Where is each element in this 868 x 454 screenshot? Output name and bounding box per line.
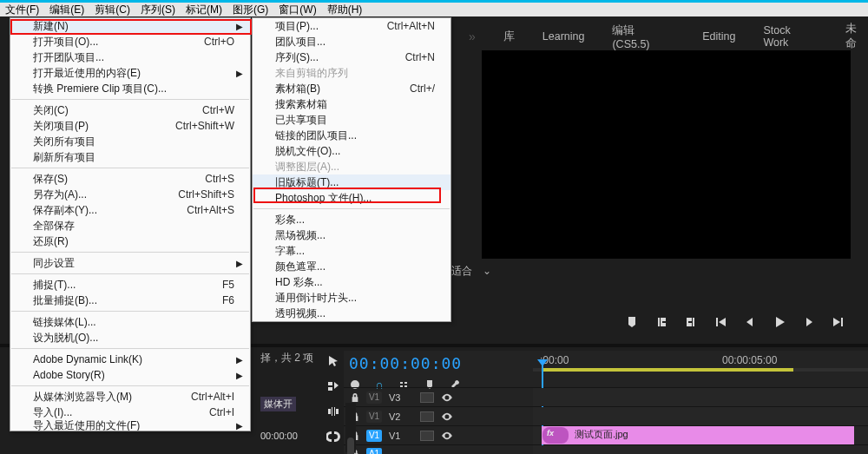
submenu-arrow-icon: ▶	[236, 355, 243, 365]
menu-item[interactable]: Adobe Dynamic Link(K)▶	[10, 352, 250, 367]
menu-bar-item[interactable]: 窗口(W)	[279, 3, 316, 17]
snap-toggle-icon[interactable]	[326, 430, 340, 444]
workspace-tab[interactable]: Learning	[542, 30, 585, 43]
track-lane[interactable]: fx测试页面.jpg	[533, 426, 868, 444]
goto-in-icon[interactable]	[713, 315, 727, 329]
menu-item[interactable]: 颜色遮罩...	[253, 259, 450, 274]
menu-item[interactable]: 项目(P)...Ctrl+Alt+N	[253, 18, 450, 34]
menu-bar-item[interactable]: 序列(S)	[141, 3, 175, 17]
track-targeting-toggle[interactable]: A1	[366, 448, 382, 455]
menu-item[interactable]: 转换 Premiere Clip 项目(C)...	[10, 81, 250, 96]
timeline-ruler[interactable]: :00:00 00:00:05:00	[533, 351, 868, 387]
menu-item[interactable]: 打开项目(O)...Ctrl+O	[10, 34, 250, 49]
track-lane[interactable]	[533, 445, 868, 454]
menu-item[interactable]: 保存副本(Y)...Ctrl+Alt+S	[10, 202, 250, 218]
menu-item[interactable]: 搜索素材箱	[253, 96, 450, 112]
menu-item[interactable]: 彩条...	[253, 212, 450, 227]
new-submenu[interactable]: 项目(P)...Ctrl+Alt+N团队项目...序列(S)...Ctrl+N来…	[252, 17, 451, 322]
menu-bar-item[interactable]: 编辑(E)	[49, 3, 84, 17]
menu-item[interactable]: 关闭(C)Ctrl+W	[10, 102, 250, 118]
menu-item[interactable]: 新建(N)▶	[10, 18, 250, 34]
video-clip[interactable]: fx测试页面.jpg	[542, 426, 854, 444]
menu-item[interactable]: 批量捕捉(B)...F6	[10, 293, 250, 308]
menu-item[interactable]: 透明视频...	[253, 306, 450, 321]
track-name[interactable]: V2	[389, 411, 413, 422]
timeline-vertical-scrollbar[interactable]	[345, 403, 356, 452]
menu-item[interactable]: 素材箱(B)Ctrl+/	[253, 81, 450, 96]
menu-item[interactable]: 字幕...	[253, 243, 450, 259]
menu-item[interactable]: 团队项目...	[253, 34, 450, 49]
menu-item[interactable]: 同步设置▶	[10, 255, 250, 271]
menu-item[interactable]: 设为脱机(O)...	[10, 330, 250, 345]
track-mute-toggle[interactable]	[420, 431, 434, 441]
track-select-tool-icon[interactable]	[326, 379, 340, 393]
file-menu[interactable]: 新建(N)▶打开项目(O)...Ctrl+O打开团队项目...打开最近使用的内容…	[10, 17, 251, 431]
menu-item[interactable]: 刷新所有项目	[10, 149, 250, 165]
menu-bar-item[interactable]: 帮助(H)	[327, 3, 363, 17]
track-lane[interactable]	[533, 407, 868, 425]
menu-item[interactable]: 还原(R)	[10, 234, 250, 249]
menu-bar[interactable]: 文件(F)编辑(E)剪辑(C)序列(S)标记(M)图形(G)窗口(W)帮助(H)	[0, 3, 868, 16]
eye-icon[interactable]	[441, 431, 453, 440]
menu-item[interactable]: 全部保存	[10, 218, 250, 234]
menu-item[interactable]: Adobe Story(R)▶	[10, 367, 250, 383]
menu-item[interactable]: 保存(S)Ctrl+S	[10, 171, 250, 187]
timeline-panel: 00:00:00:00 ∩ :00:00 00:00:05:00 V1V3V1V…	[344, 351, 868, 454]
track-mute-toggle[interactable]	[420, 392, 434, 403]
menu-item[interactable]: 链接的团队项目...	[253, 128, 450, 143]
menu-bar-item[interactable]: 文件(F)	[5, 3, 39, 17]
menu-item[interactable]: 通用倒计时片头...	[253, 290, 450, 306]
lock-icon[interactable]	[351, 392, 359, 403]
menu-bar-item[interactable]: 剪辑(C)	[95, 3, 130, 17]
menu-item[interactable]: 旧版标题(T)...	[253, 174, 450, 190]
ripple-edit-tool-icon[interactable]	[326, 405, 340, 418]
menu-item[interactable]: 从媒体浏览器导入(M)Ctrl+Alt+I	[10, 389, 250, 405]
project-column-header[interactable]: 媒体开	[260, 397, 296, 411]
menu-item[interactable]: 脱机文件(O)...	[253, 143, 450, 159]
track-targeting-toggle[interactable]: V1	[366, 430, 382, 442]
menu-bar-item[interactable]: 图形(G)	[233, 3, 268, 17]
menu-item[interactable]: 捕捉(T)...F5	[10, 277, 250, 293]
menu-item[interactable]: 已共享项目	[253, 112, 450, 128]
menu-item[interactable]: HD 彩条...	[253, 274, 450, 290]
eye-icon[interactable]	[441, 412, 453, 421]
menu-item[interactable]: Photoshop 文件(H)...	[253, 190, 450, 206]
menu-item[interactable]: 导入最近使用的文件(F)▶	[10, 420, 250, 431]
track-lane[interactable]	[533, 388, 868, 406]
menu-item[interactable]: 打开团队项目...	[10, 49, 250, 65]
menu-item[interactable]: 另存为(A)...Ctrl+Shift+S	[10, 187, 250, 202]
menu-item[interactable]: 黑场视频...	[253, 227, 450, 243]
workspace-bar[interactable]: » 库Learning编辑 (CS5.5)EditingStock Work未命	[451, 26, 868, 47]
workspace-tab[interactable]: Editing	[702, 30, 735, 43]
fx-badge-icon[interactable]: fx	[547, 429, 559, 438]
menu-item[interactable]: 关闭所有项目	[10, 134, 250, 149]
track-targeting-toggle[interactable]: V1	[366, 411, 382, 423]
work-area-bar[interactable]	[542, 368, 793, 372]
step-back-icon[interactable]	[743, 315, 757, 329]
track-name[interactable]: V1	[389, 431, 413, 441]
in-point-icon[interactable]	[654, 315, 668, 329]
workspace-tab[interactable]: 未命	[845, 22, 868, 51]
menu-item[interactable]: 链接媒体(L)...	[10, 314, 250, 330]
workspace-tab[interactable]: 库	[503, 30, 515, 44]
menu-item[interactable]: 序列(S)...Ctrl+N	[253, 49, 450, 65]
menu-item[interactable]: 关闭项目(P)Ctrl+Shift+W	[10, 118, 250, 134]
step-fwd-icon[interactable]	[802, 315, 816, 329]
play-icon[interactable]	[773, 315, 786, 329]
menu-bar-item[interactable]: 标记(M)	[186, 3, 222, 17]
workspace-tab[interactable]: 编辑 (CS5.5)	[612, 23, 674, 50]
eye-icon[interactable]	[441, 393, 453, 402]
out-point-icon[interactable]	[684, 315, 698, 329]
workspace-overflow-icon[interactable]: »	[469, 30, 476, 43]
workspace-tab[interactable]: Stock Work	[763, 24, 818, 49]
menu-item[interactable]: 打开最近使用的内容(E)▶	[10, 65, 250, 81]
track-mute-toggle[interactable]	[420, 411, 434, 422]
selection-tool-icon[interactable]	[326, 354, 340, 368]
timeline-timecode[interactable]: 00:00:00:00	[349, 354, 528, 372]
add-marker-icon[interactable]	[625, 315, 639, 329]
track-name[interactable]: V3	[389, 392, 413, 403]
track-targeting-toggle[interactable]: V1	[366, 391, 382, 404]
menu-item[interactable]: 导入(I)...Ctrl+I	[10, 405, 250, 420]
zoom-fit-dropdown[interactable]: 适合 ⌄	[451, 262, 491, 280]
goto-out-icon[interactable]	[832, 315, 845, 329]
